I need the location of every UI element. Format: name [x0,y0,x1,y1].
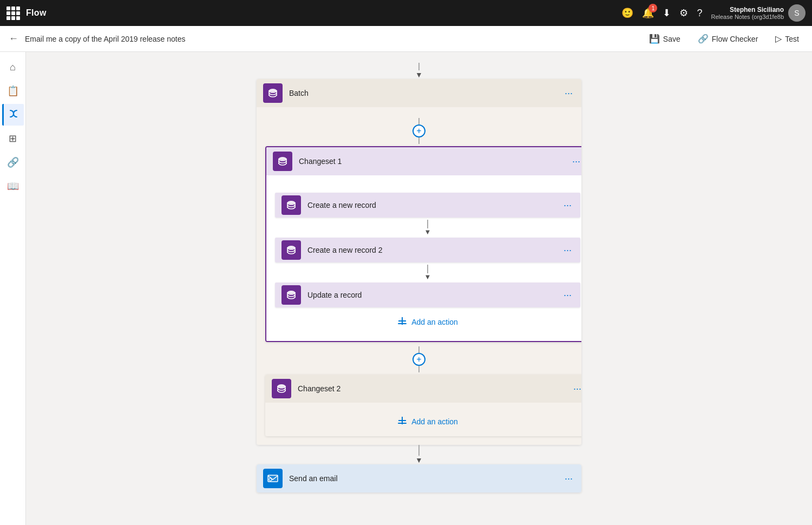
toolbar: ← Email me a copy of the April 2019 rele… [0,26,812,52]
send-email-more-button[interactable]: ··· [562,471,575,487]
svg-text:O: O [269,477,272,482]
update-record-icon [281,285,301,305]
feedback-button[interactable]: 🙂 [621,7,633,19]
create-record-2-title: Create a new record 2 [307,246,555,254]
create-record-2-header[interactable]: Create a new record 2 ··· [275,238,580,262]
action-card-create-record-2: Create a new record 2 ··· [275,238,580,262]
add-action-icon-2 [397,416,407,428]
user-profile[interactable]: Stephen Siciliano Release Notes (org3d1f… [711,4,806,22]
flow-checker-icon: 🔗 [698,34,709,44]
batch-card-body: + [257,107,581,445]
changeset2-header[interactable]: Changeset 2 ··· [265,375,581,403]
save-button[interactable]: 💾 Save [645,31,685,46]
send-email-title: Send an email [289,474,556,483]
sidebar-item-connections[interactable] [2,104,24,126]
book-icon: 📖 [7,180,19,192]
add-action-icon [397,316,407,328]
ellipsis-icon: ··· [564,290,572,300]
batch-icon [263,83,283,103]
toolbar-actions: 💾 Save 🔗 Flow Checker ▷ Test [645,31,803,46]
sidebar-item-home[interactable]: ⌂ [2,56,24,78]
changeset2-more-button[interactable]: ··· [571,381,581,397]
settings-button[interactable]: ⚙ [679,7,688,19]
breadcrumb: Email me a copy of the April 2019 releas… [25,35,186,43]
download-button[interactable]: ⬇ [663,7,671,19]
add-action-label-2: Add an action [411,417,458,426]
changeset2-title: Changeset 2 [298,384,565,393]
waffle-icon [6,6,19,19]
flow-checker-button[interactable]: 🔗 Flow Checker [693,31,763,46]
user-name: Stephen Siciliano [711,6,784,14]
send-email-header[interactable]: O Send an email ··· [257,464,581,493]
nav-icons: 🙂 🔔 1 ⬇ ⚙ ? Stephen Siciliano Release No… [621,4,806,22]
side-navigation: ⌂ 📋 ⊞ 🔗 📖 [0,52,26,525]
help-icon: ? [697,8,702,19]
action-card-update-record: Update a record ··· [275,283,580,307]
ellipsis-icon: ··· [572,156,580,167]
waffle-menu-button[interactable] [6,6,19,19]
add-action-row-1[interactable]: Add an action [275,307,580,332]
top-connector: ▼ [415,63,423,79]
changeset1-header[interactable]: Changeset 1 ··· [266,147,581,175]
batch-title: Batch [289,89,556,97]
update-record-title: Update a record [307,291,555,299]
add-action-label-1: Add an action [411,318,458,326]
top-navigation: Flow 🙂 🔔 1 ⬇ ⚙ ? Stephen Siciliano Relea… [0,0,812,26]
download-icon: ⬇ [663,7,671,19]
plus-connector-1: + [265,118,573,144]
create-record-1-title: Create a new record [307,201,555,209]
add-step-button-2[interactable]: + [412,353,425,366]
help-button[interactable]: ? [697,8,702,19]
save-label: Save [663,35,680,43]
batch-card-header[interactable]: Batch ··· [257,79,581,107]
changeset1-more-button[interactable]: ··· [570,154,581,169]
notification-count: 1 [649,4,657,12]
add-step-button-1[interactable]: + [412,124,425,137]
canvas-content: ▼ Batch [26,52,812,525]
sidebar-item-approvals[interactable]: 📋 [2,80,24,102]
svg-rect-7 [398,323,407,324]
changeset1-body: Create a new record ··· ▼ [266,175,581,341]
main-layout: ⌂ 📋 ⊞ 🔗 📖 ▼ [0,52,812,525]
send-email-card: O Send an email ··· [257,464,581,493]
batch-more-button[interactable]: ··· [562,86,575,101]
user-org: Release Notes (org3d1fe8b [711,14,784,20]
create-record-1-icon [281,195,301,215]
ellipsis-icon: ··· [565,88,573,99]
test-label: Test [785,35,799,43]
changeset2-body: Add an action [265,403,581,436]
sidebar-item-templates[interactable]: ⊞ [2,128,24,149]
changeset2-card: Changeset 2 ··· [265,375,581,436]
flow-canvas: ▼ Batch [26,52,812,525]
add-action-row-2[interactable]: Add an action [274,407,581,432]
gear-icon: ⚙ [679,7,688,19]
update-record-more-button[interactable]: ··· [561,287,574,303]
sidebar-item-connectors[interactable]: 🔗 [2,152,24,173]
ellipsis-icon: ··· [573,383,581,394]
test-button[interactable]: ▷ Test [771,31,803,46]
notifications-button[interactable]: 🔔 1 [642,7,654,19]
sidebar-item-learn[interactable]: 📖 [2,175,24,197]
flow-checker-label: Flow Checker [712,35,758,43]
clipboard-icon: 📋 [7,85,19,97]
avatar: S [788,4,806,22]
update-record-header[interactable]: Update a record ··· [275,283,580,307]
arrow-connector-3: ▼ [275,265,580,280]
create-record-2-more-button[interactable]: ··· [561,242,574,258]
arrow-connector-bottom: ▼ [415,445,423,464]
create-record-2-icon [281,240,301,260]
app-title: Flow [26,8,47,18]
arrow-connector-2: ▼ [275,220,580,235]
back-button[interactable]: ← [9,33,18,44]
changeset1-icon [273,152,292,171]
create-record-1-header[interactable]: Create a new record ··· [275,193,580,218]
batch-card: Batch ··· + [257,79,581,445]
back-arrow-icon: ← [9,33,18,44]
save-icon: 💾 [649,34,660,44]
create-record-1-more-button[interactable]: ··· [561,198,574,213]
changeset1-title: Changeset 1 [299,157,564,166]
home-icon: ⌂ [10,62,16,73]
ellipsis-icon: ··· [564,245,572,255]
ellipsis-icon: ··· [565,473,573,484]
grid-icon: ⊞ [9,133,17,145]
